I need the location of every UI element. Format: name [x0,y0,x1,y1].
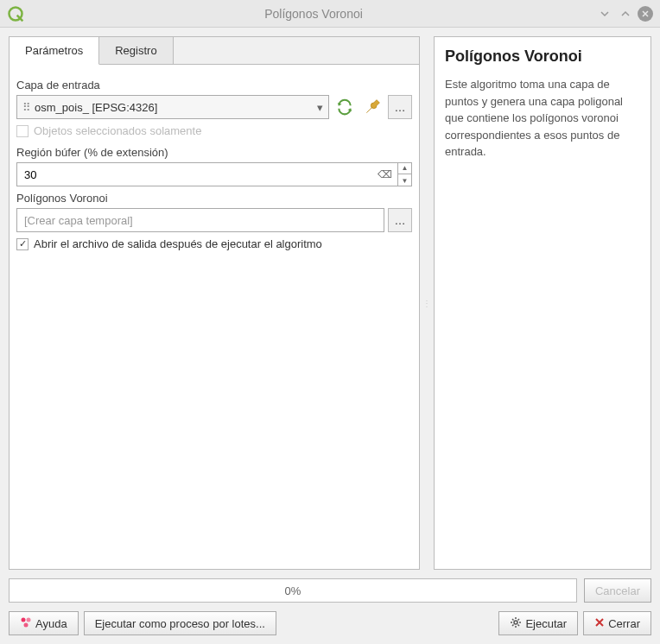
run-button[interactable]: Ejecutar [498,611,578,635]
input-browse-button[interactable]: … [388,95,412,119]
selected-only-label: Objetos seleccionados solamente [34,124,201,137]
help-button-label: Ayuda [35,617,67,630]
window-controls [596,5,653,22]
progress-bar: 0% [9,578,577,603]
tab-content: Capa de entrada ⠿ osm_pois_ [EPSG:4326] … [10,65,419,569]
selected-only-checkbox [16,125,29,137]
gear-icon [510,616,522,631]
output-label: Polígonos Voronoi [16,192,412,205]
buffer-spinbox[interactable]: ⌫ ▲ ▼ [16,162,412,186]
input-layer-combo[interactable]: ⠿ osm_pois_ [EPSG:4326] ▾ [16,95,329,119]
svg-point-1 [22,617,26,622]
svg-point-2 [27,617,31,622]
run-button-label: Ejecutar [525,617,567,630]
maximize-icon[interactable] [617,5,634,22]
open-after-label: Abrir el archivo de salida después de ej… [34,237,322,250]
cancel-button: Cancelar [584,578,651,603]
svg-point-3 [24,622,29,627]
help-panel: Polígonos Voronoi Este algoritmo toma un… [434,36,651,570]
output-input[interactable]: [Crear capa temporal] [16,208,384,232]
iterate-icon[interactable] [333,95,357,119]
output-browse-button[interactable]: … [388,208,412,232]
buffer-input[interactable] [17,168,372,181]
content-area: Parámetros Registro Capa de entrada ⠿ os… [0,28,660,578]
bottom-bar: 0% Cancelar Ayuda Ejecutar como proceso … [0,578,660,644]
buffer-label: Región búfer (% de extensión) [16,146,412,159]
close-button-label: Cerrar [608,617,640,630]
close-icon[interactable] [638,6,653,22]
input-layer-value: osm_pois_ [EPSG:4326] [35,101,317,114]
points-layer-icon: ⠿ [22,101,35,114]
dialog-window: Polígonos Voronoi Parámetros Registro Ca… [0,0,660,644]
help-text: Este algoritmo toma una capa de puntos y… [445,76,640,161]
tab-parameters[interactable]: Parámetros [10,37,99,65]
selected-only-row: Objetos seleccionados solamente [16,124,412,137]
parameters-panel: Parámetros Registro Capa de entrada ⠿ os… [9,36,420,570]
input-layer-label: Capa de entrada [16,79,412,92]
splitter-handle[interactable]: ⋮ [425,36,428,570]
batch-button[interactable]: Ejecutar como proceso por lotes... [84,611,276,635]
open-after-row[interactable]: Abrir el archivo de salida después de ej… [16,237,412,250]
titlebar: Polígonos Voronoi [0,0,660,28]
window-title: Polígonos Voronoi [31,7,596,21]
x-icon [594,617,605,630]
spin-down-icon[interactable]: ▼ [398,174,411,186]
minimize-icon[interactable] [596,5,613,22]
output-placeholder: [Crear capa temporal] [24,214,133,227]
chevron-down-icon: ▾ [317,101,323,114]
clear-icon[interactable]: ⌫ [372,168,397,180]
tab-log[interactable]: Registro [99,37,173,64]
wrench-icon[interactable] [360,95,384,119]
help-title: Polígonos Voronoi [445,47,640,66]
svg-point-4 [514,621,517,624]
close-button[interactable]: Cerrar [583,611,651,635]
help-icon [20,616,32,631]
progress-text: 0% [285,584,301,597]
qgis-icon [7,5,24,22]
spin-up-icon[interactable]: ▲ [398,162,411,174]
tab-bar: Parámetros Registro [10,37,419,65]
open-after-checkbox[interactable] [16,238,29,250]
help-button[interactable]: Ayuda [9,611,79,635]
